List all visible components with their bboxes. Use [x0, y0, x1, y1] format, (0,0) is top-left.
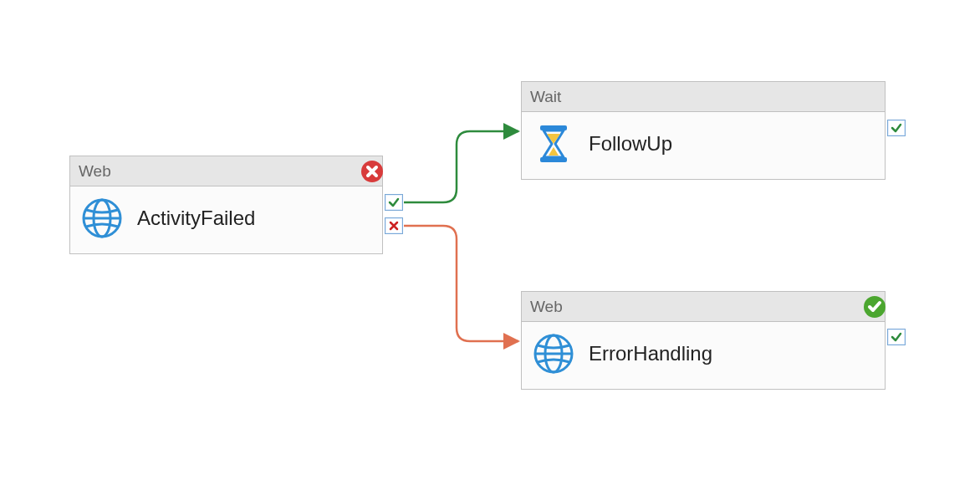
node-title: ErrorHandling: [589, 342, 712, 365]
port-success[interactable]: [385, 194, 403, 211]
node-body: ActivityFailed: [70, 186, 382, 253]
node-type-label: Web: [530, 298, 563, 316]
node-body: ErrorHandling: [522, 322, 885, 389]
node-type-label: Wait: [530, 88, 561, 106]
port-success[interactable]: [887, 329, 906, 345]
pipeline-canvas[interactable]: Web ActivityFailed: [0, 0, 980, 480]
node-error-handling[interactable]: Web ErrorHandling: [521, 291, 886, 390]
success-badge-icon: [863, 295, 886, 319]
globe-icon: [533, 334, 574, 374]
node-title: FollowUp: [589, 132, 672, 156]
node-body: FollowUp: [522, 112, 885, 179]
node-title: ActivityFailed: [137, 207, 255, 230]
port-failure[interactable]: [385, 217, 403, 234]
node-type-label: Web: [79, 162, 111, 181]
node-activity-failed[interactable]: Web ActivityFailed: [69, 156, 383, 254]
node-header: Web: [70, 156, 382, 186]
node-header: Wait: [522, 82, 885, 112]
node-header: Web: [522, 292, 885, 322]
error-badge-icon: [360, 160, 384, 183]
hourglass-icon: [533, 124, 574, 164]
port-success[interactable]: [887, 120, 906, 136]
node-follow-up[interactable]: Wait FollowUp: [521, 81, 886, 180]
globe-icon: [82, 198, 122, 238]
